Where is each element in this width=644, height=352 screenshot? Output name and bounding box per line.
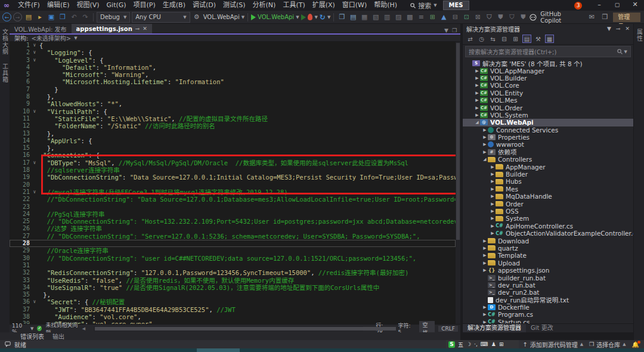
active-files-dropdown-icon[interactable]: ▼	[444, 27, 448, 33]
tree-item--mes-8-8-[interactable]: S解决方案 'MES' (8 个项目, 共 8 个)	[463, 60, 633, 67]
refresh-icon[interactable]: ↻	[320, 13, 326, 21]
save-all-icon[interactable]: ❒	[58, 13, 67, 22]
menu-item[interactable]: 工具(T)	[279, 0, 308, 11]
code-line-14[interactable]: 14 "AppUrls": {	[10, 137, 456, 144]
expand-arrow-icon[interactable]: ▶	[482, 253, 488, 258]
tree-item-dockerfile[interactable]: ▶DDockerfile	[463, 304, 633, 311]
tree-item-controllers[interactable]: ◢Controllers	[463, 156, 633, 163]
menu-item[interactable]: 项目(P)	[130, 0, 159, 11]
close-button[interactable]: ✕	[626, 0, 644, 11]
code-line-2[interactable]: 2∨ "Logging": {	[10, 49, 456, 56]
expand-arrow-icon[interactable]: ▶	[490, 179, 496, 184]
attach-icon[interactable]: ▦	[360, 13, 369, 22]
expand-arrow-icon[interactable]: ▶	[490, 231, 496, 236]
schema-icon[interactable]: ⊡	[462, 13, 471, 22]
platform-dropdown[interactable]: Any CPU ▼	[132, 12, 190, 23]
expand-arrow-icon[interactable]: ◢	[474, 120, 480, 125]
menu-item[interactable]: 生成(B)	[159, 0, 189, 11]
fold-chevron-icon[interactable]: ∨	[30, 159, 39, 166]
expand-arrow-icon[interactable]: ▶	[474, 106, 480, 110]
quick-search-box[interactable]: 搜索 ▼	[405, 1, 441, 10]
tab-output[interactable]: 输出	[52, 332, 64, 341]
tree-item-appmanager[interactable]: ▶AppManager	[463, 163, 633, 170]
web-browser-icon[interactable]: ▤	[348, 13, 358, 22]
tree-item-mqdatahandle[interactable]: ▶MqDataHandle	[463, 193, 633, 200]
dock-tab-properties[interactable]: 属性	[635, 29, 644, 42]
menu-item[interactable]: 视图(V)	[73, 0, 103, 11]
expand-arrow-icon[interactable]: ▶	[482, 239, 488, 243]
properties-icon[interactable]: ⊞	[511, 35, 520, 43]
wrap-icon[interactable]: ⊟	[450, 13, 460, 22]
open-file-icon[interactable]: ▸	[35, 13, 45, 22]
next-bookmark-icon[interactable]: ⛉	[507, 13, 516, 22]
expand-arrow-icon[interactable]: ▶	[474, 83, 480, 88]
bookmark-icon[interactable]: ⛉	[484, 13, 494, 22]
clear-bookmarks-icon[interactable]: ⛊	[518, 13, 528, 22]
code-line-5[interactable]: 5 "Microsoft": "Warning",	[10, 71, 456, 78]
code-line-17[interactable]: 17∨ "DBType": "MsSql", //MySql/MsSql/PgS…	[10, 159, 456, 166]
expand-arrow-icon[interactable]: ▶	[490, 194, 496, 199]
close-panel-icon[interactable]: ✕	[625, 26, 630, 32]
expand-arrow-icon[interactable]: ▶	[482, 268, 488, 273]
sogou-ime-bar[interactable]: S 五 ☽ ·, ⌨ ♟ ⊞	[446, 340, 519, 348]
code-line-23[interactable]: 23	[10, 203, 456, 211]
new-file-icon[interactable]: ▤	[24, 13, 33, 22]
tree-item-vol.builder[interactable]: ▶C#VOL.Builder	[463, 75, 633, 82]
line-ending-indicator[interactable]: CRLF	[438, 326, 458, 332]
hot-reload-icon[interactable]	[308, 14, 313, 20]
scroll-left-icon[interactable]: ◀	[82, 326, 85, 331]
tree-item-program.cs[interactable]: ▶C#Program.cs	[463, 311, 633, 318]
code-line-28[interactable]: 28	[10, 240, 456, 247]
format-icon[interactable]: ⊞	[428, 13, 437, 22]
tree-item-builder[interactable]: ▶Builder	[463, 171, 633, 178]
start-without-debugging-icon[interactable]	[301, 14, 306, 20]
tree-item-connected-services[interactable]: ▶Connected Services	[463, 126, 633, 134]
feedback-icon[interactable]	[5, 341, 11, 347]
expand-arrow-icon[interactable]: ▶	[482, 246, 488, 251]
tree-item-wwwroot[interactable]: ▶wwwroot	[463, 141, 633, 148]
code-line-3[interactable]: 3∨ "LogLevel": {	[10, 57, 456, 64]
menu-item[interactable]: 编辑(E)	[44, 0, 73, 11]
menu-item[interactable]: 调试(D)	[189, 0, 219, 11]
tree-item-vol.entity[interactable]: ▶C#VOL.Entity	[463, 89, 633, 97]
sync-with-active-document-icon[interactable]: ⇄	[466, 35, 475, 43]
save-icon[interactable]: ▣	[47, 13, 56, 22]
copilot-label[interactable]: GitHub Copilot	[540, 11, 583, 24]
code-line-20[interactable]: 20	[10, 181, 456, 189]
expand-arrow-icon[interactable]: ▶	[482, 305, 488, 310]
expand-arrow-icon[interactable]: ▶	[474, 76, 480, 81]
person-icon[interactable]: ♟	[491, 341, 496, 347]
ime-mode-label[interactable]: 五	[458, 341, 463, 348]
code-line-26[interactable]: 26 //达梦 连接字符串	[10, 225, 456, 232]
line-indent-icon[interactable]: ≡	[416, 13, 426, 22]
preview-changes-icon[interactable]: ❒	[337, 13, 346, 22]
fold-chevron-icon[interactable]: ∨	[30, 108, 39, 115]
expand-arrow-icon[interactable]: ▶	[490, 202, 496, 206]
code-line-21[interactable]: 21∨ //mysql连接字符串(升级EFCore3.1到时已将mysql连接字…	[10, 189, 456, 196]
run-project-label[interactable]: VOL.WebApi	[258, 14, 294, 20]
code-line-22[interactable]: 22 //"DbConnectionString": "Data Source=…	[10, 196, 456, 203]
tree-item-vol.appmanager[interactable]: ▶C#VOL.AppManager	[463, 67, 633, 74]
expand-arrow-icon[interactable]: ▶	[482, 135, 488, 140]
tree-item-builder-run.bat[interactable]: >_builder_run.bat	[463, 274, 633, 281]
expand-arrow-icon[interactable]: ▶	[474, 69, 480, 73]
split-window-icon[interactable]: ❒	[452, 27, 457, 33]
code-line-30[interactable]: 30 // "DbConnectionString": "user id=C##…	[10, 255, 456, 262]
tab-solution-explorer[interactable]: 解决方案资源管理器	[463, 324, 526, 332]
maximize-button[interactable]: ▢	[608, 0, 626, 11]
comment-icon[interactable]: ▩	[405, 13, 414, 22]
collapse-all-icon[interactable]: ⊟	[500, 35, 509, 43]
code-line-31[interactable]: 31	[10, 262, 456, 269]
expand-arrow-icon[interactable]: ▶	[490, 209, 496, 214]
moon-icon[interactable]: ☽	[466, 341, 471, 347]
expand-arrow-icon[interactable]: ▶	[482, 261, 488, 265]
expand-arrow-icon[interactable]: ▶	[490, 187, 496, 192]
dock-tab-document-outline[interactable]: 文档大纲	[1, 29, 10, 55]
redo-icon[interactable]: ↷	[80, 13, 90, 22]
tree-item-template[interactable]: ▶Template	[463, 252, 633, 259]
expand-arrow-icon[interactable]: ▶	[474, 113, 480, 118]
sogou-logo-icon[interactable]: S	[448, 341, 455, 348]
code-line-32[interactable]: 32 "RedisConnectionString": "127.0.0.1,P…	[10, 269, 456, 276]
expand-arrow-icon[interactable]: ▶	[490, 224, 496, 229]
navigate-forward-icon[interactable]: →	[13, 13, 22, 21]
